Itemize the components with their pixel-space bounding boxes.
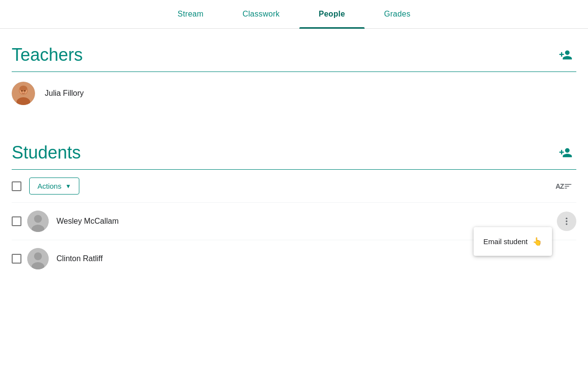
student-avatar-image-clinton <box>27 248 49 269</box>
student-name-wesley: Wesley McCallam <box>56 217 557 226</box>
svg-point-11 <box>566 220 567 222</box>
context-menu: Email student 👆 <box>474 227 552 256</box>
actions-bar: Actions ▼ AZ <box>12 170 576 202</box>
more-options-button-wesley[interactable] <box>557 212 576 231</box>
tab-stream[interactable]: Stream <box>158 0 223 28</box>
email-student-label: Email student <box>483 237 528 246</box>
svg-point-12 <box>566 223 567 225</box>
add-student-icon <box>559 146 572 160</box>
svg-point-8 <box>34 215 42 223</box>
actions-label: Actions <box>37 182 61 190</box>
student-avatar-image-wesley <box>27 211 49 232</box>
student-avatar-wesley <box>27 211 49 232</box>
student-row-wesley: Wesley McCallam Email student 👆 <box>12 202 576 240</box>
main-content: Teachers Julia Fillory <box>0 29 588 277</box>
add-student-button[interactable] <box>555 142 576 163</box>
select-all-checkbox[interactable] <box>12 181 21 191</box>
teacher-avatar <box>12 82 35 105</box>
sort-az-label: AZ <box>555 182 564 190</box>
email-student-menu-item[interactable]: Email student 👆 <box>474 231 552 252</box>
dropdown-arrow-icon: ▼ <box>65 183 71 190</box>
student-checkbox-wesley[interactable] <box>12 216 21 226</box>
nav-tabs: Stream Classwork People Grades <box>0 0 588 29</box>
actions-dropdown-button[interactable]: Actions ▼ <box>29 178 79 195</box>
actions-left: Actions ▼ <box>12 178 79 195</box>
sort-icon <box>564 182 572 191</box>
svg-point-4 <box>19 86 27 91</box>
sort-az-button[interactable]: AZ <box>551 178 576 195</box>
teacher-avatar-image <box>12 82 35 105</box>
add-teacher-button[interactable] <box>555 44 576 66</box>
students-section: Students Actions ▼ AZ <box>12 126 576 277</box>
student-avatar-clinton <box>27 248 49 269</box>
teachers-section-header: Teachers <box>12 29 576 71</box>
more-vertical-icon <box>562 216 571 226</box>
students-section-header: Students <box>12 126 576 169</box>
svg-point-10 <box>566 218 567 219</box>
svg-point-6 <box>24 90 26 92</box>
svg-point-14 <box>34 252 42 260</box>
add-teacher-icon <box>559 48 572 62</box>
teacher-row: Julia Fillory <box>12 72 576 115</box>
student-checkbox-clinton[interactable] <box>12 254 21 264</box>
students-title: Students <box>12 142 81 163</box>
tab-classwork[interactable]: Classwork <box>223 0 299 28</box>
teachers-title: Teachers <box>12 45 83 65</box>
cursor-icon: 👆 <box>533 237 542 246</box>
tab-people[interactable]: People <box>299 0 365 28</box>
teacher-name: Julia Fillory <box>45 89 84 98</box>
tab-grades[interactable]: Grades <box>365 0 430 28</box>
svg-point-5 <box>21 90 23 92</box>
